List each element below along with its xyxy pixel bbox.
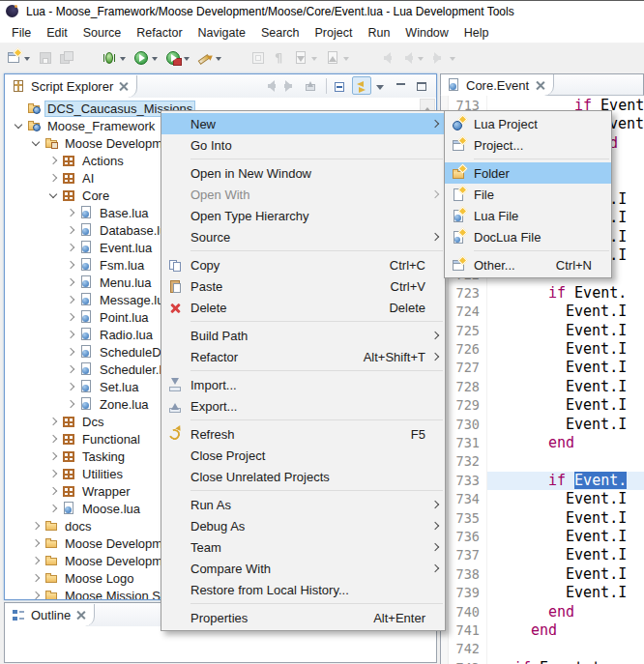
- chevron-right-icon[interactable]: [45, 447, 61, 465]
- chevron-right-icon[interactable]: [45, 152, 61, 169]
- menubar-item-window[interactable]: Window: [397, 24, 455, 42]
- new-submenu-item-lua-file[interactable]: Lua File: [445, 205, 611, 226]
- submenu-arrow-spacer: [429, 612, 441, 623]
- context-menu-item-team[interactable]: Team: [161, 536, 445, 558]
- context-menu-item-restore-from-local-history[interactable]: Restore from Local History...: [161, 579, 445, 600]
- context-menu-item-close-unrelated-projects[interactable]: Close Unrelated Projects: [161, 466, 445, 487]
- chevron-right-icon[interactable]: [63, 308, 78, 326]
- submenu-arrow-spacer: [596, 188, 607, 200]
- menu-item-label: Close Unrelated Projects: [190, 470, 425, 484]
- chevron-right-icon[interactable]: [63, 274, 78, 291]
- min-button[interactable]: [393, 76, 412, 95]
- menu-item-label: Close Project: [190, 448, 425, 463]
- chevron-down-icon[interactable]: [28, 134, 44, 152]
- menu-item-label: Open With: [190, 188, 425, 202]
- context-menu-item-go-into[interactable]: Go Into: [161, 134, 445, 156]
- menubar-item-project[interactable]: Project: [307, 24, 361, 42]
- new-submenu-item-other[interactable]: Other...Ctrl+N: [445, 254, 611, 275]
- debug-button[interactable]: [100, 46, 130, 70]
- vfwd-button[interactable]: [282, 76, 302, 95]
- context-menu-item-compare-with[interactable]: Compare With: [161, 558, 445, 579]
- new-submenu-item-doclua-file[interactable]: DocLua File: [445, 226, 611, 247]
- max-button[interactable]: [413, 76, 432, 95]
- tab-core-event[interactable]: Core.Event: [441, 74, 554, 96]
- chevron-right-icon[interactable]: [63, 395, 78, 413]
- chevron-right-icon[interactable]: [28, 587, 44, 599]
- lua-icon: [61, 501, 76, 516]
- chevron-right-icon[interactable]: [45, 500, 61, 517]
- view-menu-button[interactable]: [372, 76, 392, 95]
- context-menu-item-source[interactable]: Source: [161, 226, 445, 247]
- context-menu-item-export[interactable]: Export...: [161, 395, 445, 417]
- close-icon[interactable]: [119, 81, 129, 91]
- context-menu-item-delete[interactable]: DeleteDelete: [161, 297, 445, 318]
- chevron-right-icon[interactable]: [63, 326, 78, 343]
- collapse-all-button[interactable]: [332, 76, 351, 95]
- paste-icon: [167, 279, 183, 295]
- context-menu-item-refresh[interactable]: RefreshF5: [161, 423, 445, 445]
- menubar-item-run[interactable]: Run: [360, 24, 397, 42]
- close-icon[interactable]: [536, 80, 545, 90]
- chevron-right-icon[interactable]: [28, 517, 44, 534]
- lua-icon: [78, 309, 94, 325]
- luafile-new-icon: [451, 208, 474, 223]
- new-spark-icon: [458, 206, 468, 216]
- new-submenu-item-folder[interactable]: Folder: [445, 162, 611, 184]
- chevron-right-icon[interactable]: [63, 204, 78, 221]
- chevron-right-icon[interactable]: [45, 413, 61, 430]
- chevron-right-icon[interactable]: [28, 552, 44, 569]
- menu-separator: [474, 159, 609, 159]
- new-submenu-item-project[interactable]: Project...: [445, 134, 611, 156]
- submenu-arrow-spacer: [596, 231, 607, 243]
- context-menu-item-open-in-new-window[interactable]: Open in New Window: [161, 162, 445, 184]
- vup-button[interactable]: [303, 76, 322, 95]
- menubar-item-search[interactable]: Search: [253, 24, 307, 42]
- context-menu-item-copy[interactable]: CopyCtrl+C: [161, 254, 445, 275]
- menubar-item-source[interactable]: Source: [75, 24, 130, 42]
- chevron-down-icon[interactable]: [11, 117, 26, 134]
- new-submenu-item-lua-project[interactable]: Lua Project: [445, 113, 611, 134]
- context-menu-item-build-path[interactable]: Build Path: [161, 325, 445, 346]
- tab-script-explorer[interactable]: Script Explorer: [5, 75, 137, 98]
- link-editor-button[interactable]: [352, 76, 371, 95]
- chevron-right-icon[interactable]: [63, 256, 78, 274]
- vback-button[interactable]: [262, 76, 281, 95]
- run-coverage-button[interactable]: [163, 46, 193, 70]
- new-submenu-item-file[interactable]: File: [445, 184, 611, 205]
- new-wizard-button[interactable]: [4, 46, 34, 70]
- context-menu-item-import[interactable]: Import...: [161, 374, 445, 395]
- chevron-right-icon[interactable]: [63, 343, 78, 361]
- chevron-right-icon[interactable]: [63, 221, 78, 239]
- run-button[interactable]: [132, 46, 161, 70]
- context-menu-item-new[interactable]: New: [161, 113, 445, 134]
- context-menu-item-open-type-hierarchy[interactable]: Open Type Hierarchy: [161, 205, 445, 226]
- menubar-item-refactor[interactable]: Refactor: [129, 24, 190, 42]
- chevron-right-icon[interactable]: [63, 291, 78, 308]
- close-icon[interactable]: [76, 610, 86, 620]
- menubar-item-edit[interactable]: Edit: [39, 24, 75, 42]
- chevron-right-icon[interactable]: [45, 169, 61, 187]
- context-menu-item-paste[interactable]: PasteCtrl+V: [161, 275, 445, 297]
- tab-outline[interactable]: Outline: [5, 604, 95, 626]
- context-menu-item-debug-as[interactable]: Debug As: [161, 515, 445, 536]
- chevron-right-icon[interactable]: [28, 569, 44, 587]
- context-menu-item-refactor[interactable]: RefactorAlt+Shift+T: [161, 346, 445, 367]
- chevron-right-icon[interactable]: [45, 465, 61, 482]
- context-menu-item-properties[interactable]: PropertiesAlt+Enter: [161, 607, 445, 628]
- external-tools-button[interactable]: [195, 46, 225, 70]
- chevron-right-icon[interactable]: [63, 361, 78, 378]
- chevron-right-icon[interactable]: [63, 378, 78, 395]
- line-number: 723: [449, 284, 486, 303]
- code-line-728: Event.I: [487, 378, 644, 396]
- menubar-item-file[interactable]: File: [4, 24, 39, 42]
- menubar-item-help[interactable]: Help: [456, 24, 497, 42]
- context-menu-item-close-project[interactable]: Close Project: [161, 445, 445, 466]
- chevron-right-icon[interactable]: [28, 534, 44, 552]
- chevron-right-icon[interactable]: [45, 482, 61, 500]
- menubar-item-navigate[interactable]: Navigate: [190, 24, 253, 42]
- chevron-right-icon[interactable]: [45, 430, 61, 447]
- context-menu-item-run-as[interactable]: Run As: [161, 494, 445, 515]
- chevron-down-icon[interactable]: [45, 187, 61, 204]
- run-coverage-icon: [165, 50, 181, 66]
- chevron-right-icon[interactable]: [63, 239, 78, 256]
